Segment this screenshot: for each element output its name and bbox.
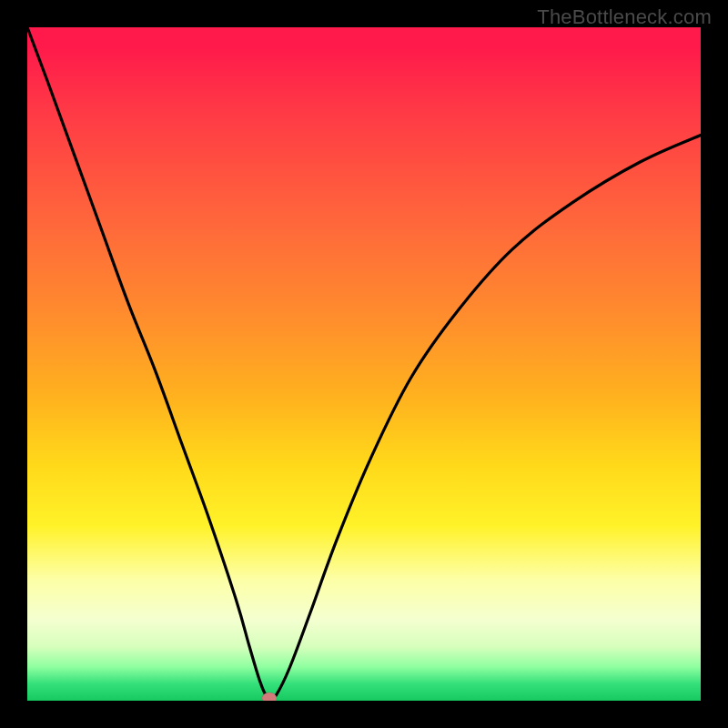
- optimal-point-marker: [262, 693, 277, 701]
- bottleneck-curve: [27, 27, 701, 701]
- plot-area: [27, 27, 701, 701]
- chart-frame: TheBottleneck.com: [0, 0, 728, 728]
- watermark-text: TheBottleneck.com: [537, 5, 712, 29]
